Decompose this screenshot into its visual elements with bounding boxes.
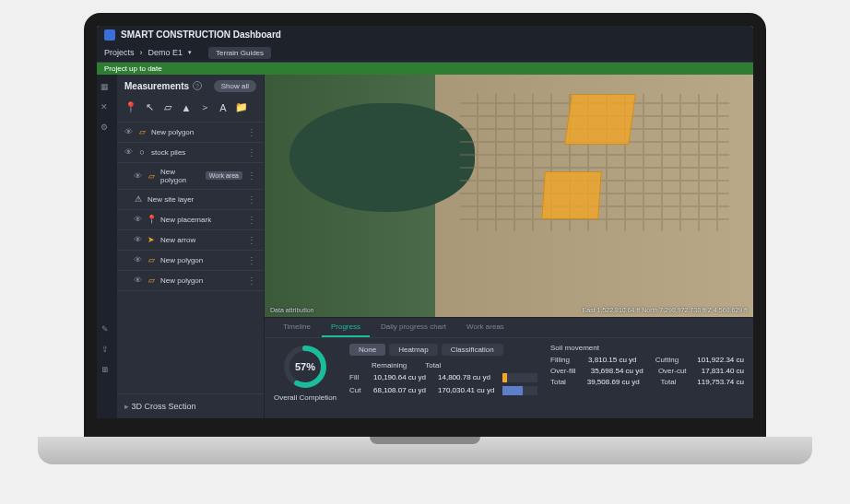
- more-icon[interactable]: ⋮: [247, 215, 256, 225]
- export-icon[interactable]: ⇪: [101, 345, 112, 356]
- status-bar: Project up to date: [97, 63, 753, 75]
- panel-header: Measurements ? Show all: [117, 75, 264, 98]
- polygon-icon: ▱: [147, 171, 156, 181]
- tab-work-areas[interactable]: Work areas: [457, 318, 514, 337]
- arrow-icon: ➤: [147, 235, 156, 244]
- measurement-item[interactable]: ⚠ New site layer ⋮: [117, 190, 264, 210]
- measurement-label: New polygon: [160, 256, 242, 264]
- tool-row: 📍 ↖ ▱ ▲ ＞ A 📁: [117, 98, 264, 123]
- tools-icon[interactable]: ✕: [100, 102, 113, 115]
- header-total: Total: [425, 361, 441, 369]
- measurement-label: New site layer: [148, 195, 242, 204]
- breadcrumb-projects[interactable]: Projects: [104, 48, 135, 57]
- map-polygon-overlay[interactable]: [564, 94, 636, 145]
- segment-row: None Heatmap Classification: [349, 344, 537, 356]
- fill-bar: [502, 373, 537, 382]
- warning-icon: ⚠: [134, 194, 143, 204]
- map-lake-feature: [289, 103, 475, 212]
- measurement-item[interactable]: 👁 ▱ New polygon ⋮: [117, 271, 264, 291]
- soil-title: Soil movement: [550, 344, 744, 352]
- segment-classification[interactable]: Classification: [442, 344, 503, 356]
- text-tool-icon[interactable]: A: [217, 101, 230, 114]
- cut-bar: [502, 386, 537, 395]
- pin-tool-icon[interactable]: 📍: [124, 101, 137, 114]
- help-icon[interactable]: ?: [193, 81, 202, 90]
- completion-donut: 57%: [282, 344, 328, 390]
- map-polygon-overlay[interactable]: [541, 171, 602, 219]
- show-all-button[interactable]: Show all: [214, 80, 256, 92]
- tab-progress[interactable]: Progress: [322, 318, 370, 337]
- angle-tool-icon[interactable]: ▲: [180, 101, 193, 114]
- status-text: Project up to date: [104, 64, 162, 73]
- segment-heatmap[interactable]: Heatmap: [389, 344, 437, 356]
- measurement-item[interactable]: 👁 📍 New placemark ⋮: [117, 210, 264, 230]
- more-icon[interactable]: ⋮: [247, 127, 256, 137]
- panel-title: Measurements: [124, 81, 189, 91]
- more-icon[interactable]: ⋮: [247, 194, 256, 205]
- visibility-icon[interactable]: 👁: [134, 171, 142, 181]
- more-icon[interactable]: ⋮: [247, 235, 256, 245]
- settings-icon[interactable]: ⚙: [100, 123, 113, 135]
- map-credits: Data attribution: [270, 307, 313, 313]
- edit-icon[interactable]: ✎: [101, 324, 112, 335]
- measurement-item[interactable]: 👁 ➤ New arrow ⋮: [117, 230, 264, 251]
- more-icon[interactable]: ⋮: [247, 147, 256, 158]
- soil-filling-label: Filling: [550, 356, 570, 364]
- soil-cutting-val: 101,922.34 cu: [697, 356, 744, 364]
- soil-row: Total 39,508.69 cu yd Total 119,753.74 c…: [550, 378, 744, 386]
- terrain-guides-button[interactable]: Terrain Guides: [208, 47, 271, 59]
- polygon-tool-icon[interactable]: ▱: [161, 101, 174, 114]
- laptop-base: [38, 437, 812, 464]
- visibility-icon[interactable]: 👁: [134, 275, 142, 285]
- app-root: SMART CONSTRUCTION Dashboard Projects › …: [97, 26, 753, 418]
- cross-section-toggle[interactable]: 3D Cross Section: [117, 393, 264, 418]
- visibility-icon[interactable]: 👁: [134, 215, 142, 224]
- layers-icon[interactable]: ▦: [100, 82, 113, 95]
- pin-icon: 📍: [147, 215, 156, 224]
- cut-row: Cut 68,108.07 cu yd 170,030.41 cu yd: [349, 386, 537, 395]
- measurement-item[interactable]: 👁 ○ stock piles ⋮: [117, 143, 264, 163]
- visibility-icon[interactable]: 👁: [124, 127, 133, 136]
- laptop-screen: SMART CONSTRUCTION Dashboard Projects › …: [84, 13, 766, 437]
- measurement-item[interactable]: 👁 ▱ New polygon ⋮: [117, 123, 264, 143]
- measurement-label: New polygon: [160, 168, 201, 184]
- map-viewport[interactable]: Data attribution East 1,522,810.64 ft No…: [265, 75, 753, 317]
- bottom-panel: Timeline Progress Daily progress chart W…: [265, 317, 753, 418]
- visibility-icon[interactable]: 👁: [134, 255, 142, 264]
- soil-total-cut-label: Total: [661, 378, 677, 386]
- circle-icon: ○: [137, 147, 147, 157]
- measurement-item[interactable]: 👁 ▱ New polygon ⋮: [117, 251, 264, 271]
- more-icon[interactable]: ⋮: [247, 275, 256, 286]
- tab-timeline[interactable]: Timeline: [274, 318, 320, 337]
- work-area-tag: Work area: [206, 171, 242, 180]
- breadcrumb-dropdown-icon[interactable]: ▾: [188, 49, 192, 56]
- progress-body: 57% Overall Completion None Heatmap Clas…: [265, 338, 753, 418]
- fc-headers: Remaining Total: [349, 361, 537, 369]
- soil-overfill-val: 35,698.54 cu yd: [591, 367, 643, 375]
- laptop-frame: SMART CONSTRUCTION Dashboard Projects › …: [38, 13, 812, 492]
- segment-none[interactable]: None: [349, 344, 385, 356]
- fill-cut-section: None Heatmap Classification Remaining To…: [349, 344, 537, 413]
- more-icon[interactable]: ⋮: [247, 170, 256, 181]
- document-icon[interactable]: 🗎: [101, 365, 112, 376]
- arrow-tool-icon[interactable]: ↖: [143, 101, 156, 114]
- tab-daily-progress[interactable]: Daily progress chart: [372, 318, 455, 337]
- soil-cutting-label: Cutting: [655, 356, 679, 364]
- breadcrumb-separator: ›: [140, 48, 143, 57]
- measurement-item[interactable]: 👁 ▱ New polygon Work area ⋮: [117, 163, 264, 190]
- completion-donut-wrap: 57% Overall Completion: [274, 344, 336, 413]
- fill-row: Fill 10,190.64 cu yd 14,800.78 cu yd: [349, 373, 537, 382]
- soil-total-fill-label: Total: [550, 378, 566, 386]
- visibility-icon[interactable]: 👁: [124, 147, 133, 157]
- soil-row: Over-fill 35,698.54 cu yd Over-cut 17,83…: [550, 367, 744, 375]
- breadcrumb-current[interactable]: Demo E1: [148, 48, 183, 57]
- folder-tool-icon[interactable]: 📁: [235, 101, 248, 114]
- visibility-icon[interactable]: 👁: [134, 235, 142, 244]
- soil-overfill-label: Over-fill: [550, 367, 576, 375]
- map-coordinates: East 1,522,810.64 ft North 7,298,972.738…: [583, 307, 748, 313]
- measurement-label: New arrow: [160, 236, 242, 244]
- line-tool-icon[interactable]: ＞: [198, 101, 211, 114]
- measurement-label: New polygon: [160, 276, 242, 285]
- more-icon[interactable]: ⋮: [247, 255, 256, 265]
- cut-remaining: 68,108.07 cu yd: [373, 386, 431, 394]
